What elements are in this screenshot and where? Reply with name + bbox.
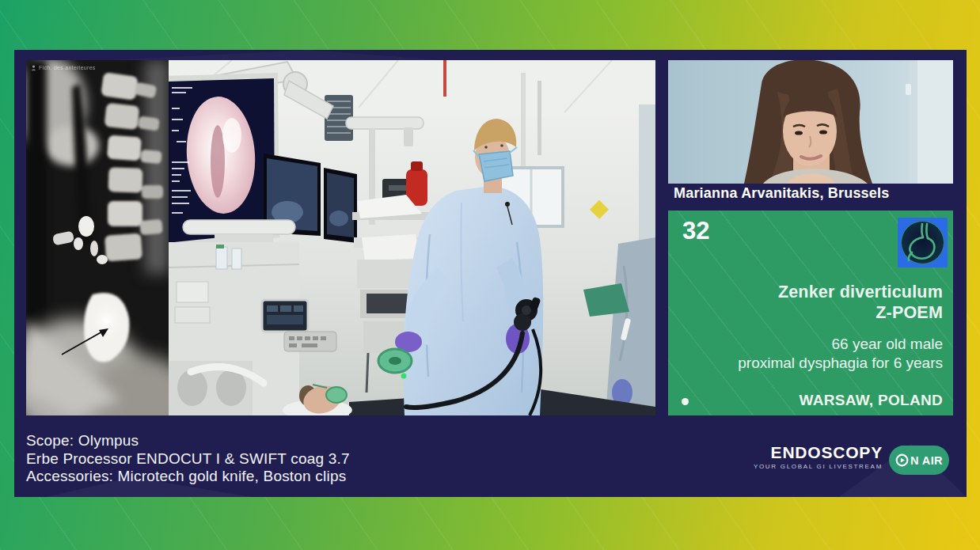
- case-number: 32: [682, 217, 709, 245]
- case-location: WARSAW, POLAND: [799, 392, 943, 409]
- webcam-scene: [668, 60, 953, 184]
- case-title-line2: Z-POEM: [682, 302, 943, 323]
- clip-microphone: [505, 202, 510, 207]
- case-title-line1: Zenker diverticulum: [682, 282, 943, 302]
- presenter-webcam: [668, 60, 953, 184]
- on-air-label: N AIR: [910, 454, 943, 467]
- anesthesia-mask: [378, 349, 412, 373]
- equipment-info: Scope: Olympus Erbe Processor ENDOCUT I …: [26, 432, 350, 486]
- control-keyboard: [284, 332, 336, 351]
- brand-text: ENDOSCOPY YOUR GLOBAL GI LIVESTREAM: [754, 444, 883, 470]
- xray-watermark: Fich. des anterieures: [31, 65, 96, 70]
- operating-room-photo: [169, 60, 655, 415]
- patient-mask: [326, 387, 347, 403]
- stomach-icon: [898, 218, 948, 267]
- person-icon: [31, 65, 36, 70]
- brand-name: ENDOSCOPY: [754, 444, 883, 461]
- bullet-dot: [682, 398, 689, 405]
- on-air-badge: N AIR: [889, 446, 949, 475]
- processor-info: Erbe Processor ENDOCUT I & SWIFT coag 3.…: [26, 450, 350, 468]
- case-detail-line2: proximal dysphagia for 6 years: [682, 354, 943, 373]
- xray-image: Fich. des anterieures: [26, 60, 169, 415]
- presenter-face: [783, 89, 837, 166]
- case-detail-line1: 66 year old male: [682, 335, 943, 354]
- green-indicator-light: [401, 374, 407, 379]
- case-details: 66 year old male proximal dysphagia for …: [682, 335, 943, 372]
- door-hinge: [906, 84, 911, 95]
- or-scene: [169, 60, 655, 415]
- stream-panel: Fich. des anterieures: [14, 50, 967, 497]
- scope-info: Scope: Olympus: [26, 432, 350, 450]
- xray-graphic: [26, 60, 169, 415]
- case-title: Zenker diverticulum Z-POEM: [682, 282, 943, 323]
- brand-tagline: YOUR GLOBAL GI LIVESTREAM: [754, 463, 883, 470]
- play-circle-icon: [895, 453, 909, 467]
- brand-block: ENDOSCOPY YOUR GLOBAL GI LIVESTREAM N AI…: [754, 444, 949, 475]
- presenter-name: Marianna Arvanitakis, Brussels: [674, 185, 959, 202]
- red-pipe: [443, 60, 446, 97]
- accessories-info: Accessories: Microtech gold knife, Bosto…: [26, 468, 350, 486]
- panel-decor-shape: [109, 50, 442, 60]
- case-info-card: 32 Zenker diverticulum Z-P: [668, 211, 953, 415]
